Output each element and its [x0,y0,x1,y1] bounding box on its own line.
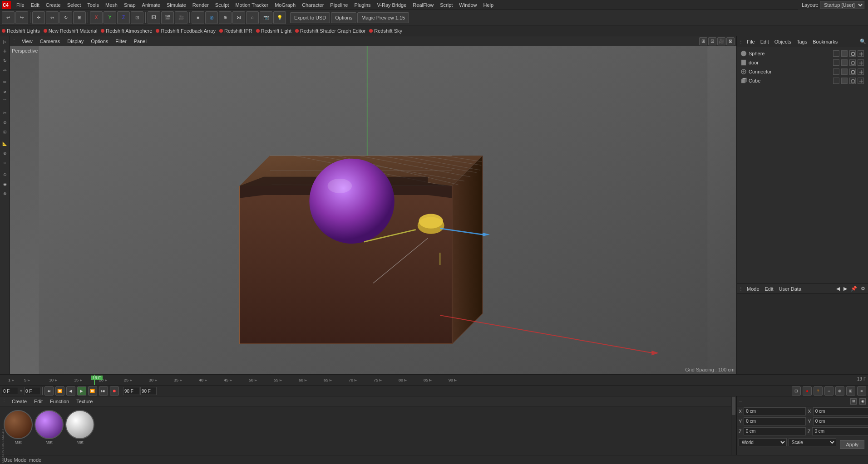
material-scrollbar[interactable] [731,396,736,455]
left-btn-cut[interactable]: ✂ [0,108,10,117]
viewport-canvas[interactable]: Perspective [10,46,736,374]
xaxis-button[interactable]: X [90,11,103,24]
objects-search-icon[interactable]: 🔍 [860,39,866,44]
viewport-menu-cameras[interactable]: Cameras [38,38,62,45]
rs-feedback-item[interactable]: Redshift Feedback Array [156,28,215,34]
coord-system-dropdown[interactable]: World Object Local [739,438,787,446]
motion-mode-button[interactable]: ↔ [824,386,833,396]
door-icon-2[interactable] [841,59,848,66]
sphere-icon-3[interactable] [849,50,856,57]
menu-animate[interactable]: Animate [139,1,163,9]
menu-simulate[interactable]: Simulate [164,1,189,9]
attr-header-icon-2[interactable]: ◉ [859,398,866,405]
menu-file[interactable]: File [14,1,27,9]
left-btn-select[interactable]: ▷ [0,37,10,46]
render-button[interactable]: 🎬 [161,11,174,24]
transform-button[interactable]: ⊞ [73,11,86,24]
redo-button[interactable]: ↪ [15,11,28,24]
viewport-menu-options[interactable]: Options [89,38,110,45]
camera-button[interactable]: 📷 [260,11,272,24]
export-usd-button[interactable]: Export to USD [290,12,330,23]
rs-shader-item[interactable]: Redshift Shader Graph Editor [295,28,365,34]
attr-x2-input[interactable] [813,407,868,415]
attr-x-pos-input[interactable] [744,407,806,415]
material-purple[interactable]: Mat [35,410,64,444]
menu-mesh[interactable]: Mesh [103,1,120,9]
viewport-menu-view[interactable]: View [20,38,35,45]
menu-edit[interactable]: Edit [28,1,42,9]
sphere-icon-2[interactable] [841,50,848,57]
rs-atmosphere-item[interactable]: Redshift Atmosphere [101,28,152,34]
playback-mode-button[interactable]: ⊡ [792,386,801,396]
left-btn-tag[interactable]: ⊙ [0,170,10,179]
left-btn-move[interactable]: ✛ [0,47,10,56]
menu-character[interactable]: Character [299,1,326,9]
light-button[interactable]: 💡 [273,11,286,24]
viewport-maximize-button[interactable]: ⊠ [726,37,735,45]
menu-mograph[interactable]: MoGraph [272,1,298,9]
menu-script[interactable]: Script [437,1,455,9]
door-icon-1[interactable] [833,59,839,66]
objects-menu-objects[interactable]: Objects [773,38,793,45]
material-menu-edit[interactable]: Edit [32,398,44,405]
objects-menu-file[interactable]: File [745,38,757,45]
connector-icon-2[interactable] [841,68,848,75]
mode-settings[interactable]: ⚙ [860,285,866,293]
rs-ipr-item[interactable]: Redshift IPR [219,28,252,34]
go-start-button[interactable]: ⏮ [44,386,54,396]
viewport-layout-button[interactable]: ⊡ [708,37,716,45]
menu-snap[interactable]: Snap [121,1,138,9]
menu-select[interactable]: Select [64,1,84,9]
array-button[interactable]: ⊕ [219,11,232,24]
key-mode-button[interactable]: ● [803,386,812,396]
nurbs-button[interactable]: ◎ [205,11,218,24]
objects-menu-bookmarks[interactable]: Bookmarks [811,38,839,45]
max-frame-input[interactable] [140,387,157,395]
scale-tool-button[interactable]: ⇔ [46,11,59,24]
left-btn-spline[interactable]: ⌒ [0,97,10,106]
user-data-menu[interactable]: User Data [777,285,804,293]
object-connector-row[interactable]: Connector [739,67,866,76]
left-btn-sculpt[interactable]: ⌀ [0,87,10,96]
axis-tool-button[interactable]: ⊡ [131,11,143,24]
object-cube-row[interactable]: Cube [739,76,866,85]
current-frame-input[interactable] [24,387,40,395]
menu-help[interactable]: Help [480,1,496,9]
left-btn-paint[interactable]: ✏ [0,78,10,87]
prev-frame-button[interactable]: ⏪ [55,386,64,396]
object-sphere-row[interactable]: Sphere [739,49,866,58]
rs-light-item[interactable]: Redshift Light [256,28,291,34]
mode-arrow-left[interactable]: ◀ [835,285,841,293]
material-menu-function[interactable]: Function [48,398,71,405]
menu-plugins[interactable]: Plugins [351,1,373,9]
cube-primitive-button[interactable]: ■ [192,11,204,24]
material-brown[interactable]: Mat [4,410,33,444]
left-btn-ruler[interactable]: 📐 [0,139,10,148]
sphere-icon-4[interactable] [858,50,864,57]
menu-window[interactable]: Window [456,1,479,9]
layout-dropdown[interactable]: Startup [User] [820,1,864,9]
left-btn-snap[interactable]: ⊞ [0,127,10,137]
attr-z-pos-input[interactable] [744,427,806,435]
menu-vray[interactable]: V-Ray Bridge [375,1,409,9]
play-backwards-button[interactable]: ◀ [66,386,75,396]
viewport-menu-filter[interactable]: Filter [113,38,128,45]
scrollbar-thumb[interactable] [732,397,735,415]
left-btn-rotate[interactable]: ↻ [0,56,10,65]
cube-icon-4[interactable] [858,78,864,84]
mode-menu[interactable]: Mode [745,285,761,293]
playhead[interactable] [94,375,95,385]
viewport-camera-button[interactable]: 🎥 [717,37,725,45]
object-door-row[interactable]: door [739,58,866,67]
end-frame-input[interactable] [123,387,139,395]
attr-z2-input[interactable] [812,427,868,435]
material-white[interactable]: Mat [65,410,94,444]
cube-icon-2[interactable] [841,78,848,84]
mode-arrow-right[interactable]: ▶ [843,285,848,293]
left-btn-magnet[interactable]: ⊛ [0,149,10,158]
timeline-settings-button[interactable]: ≡ [857,386,866,396]
menu-realflow[interactable]: RealFlow [410,1,436,9]
menu-sculpt[interactable]: Sculpt [212,1,232,9]
yaxis-button[interactable]: Y [104,11,116,24]
menu-render[interactable]: Render [190,1,212,9]
